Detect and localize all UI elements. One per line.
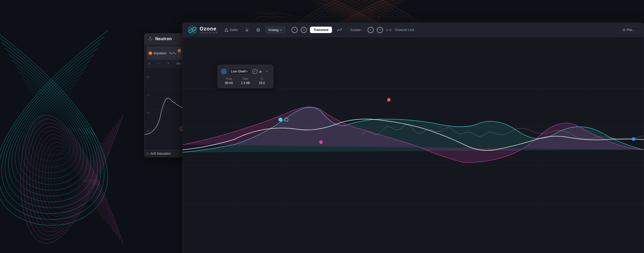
neutron-titlebar: Neutron [144,34,185,45]
neutron-logo-icon [148,36,153,42]
neutron-equalizer-module[interactable]: Equalizer [147,47,183,60]
list-icon[interactable]: ≡ [149,62,150,65]
eq-waveform-icon [169,51,176,55]
grid-icon: ⊞ [147,152,149,155]
neutron-body: Equalizer ≡ ··· × Mix [144,45,185,68]
ozone-logo-wrap: Ozone ADVANCED [188,25,218,35]
delta-button[interactable]: Delta [222,27,240,33]
transient-button[interactable]: Transient [310,27,332,33]
tuning-icon [245,28,249,32]
eq-db-20: -20 [146,94,150,97]
gain-header: Gain [238,77,253,80]
band-close-button[interactable]: × [264,69,269,74]
band-power-button[interactable] [221,69,226,74]
power-icon [223,70,225,73]
neutron-title: Neutron [155,37,172,41]
ozone-title: Ozone [200,26,218,31]
freq-header: Freq [221,77,237,80]
eq-db-60: -60 [146,130,150,132]
svg-point-15 [192,29,193,30]
preset-button[interactable]: Pre... [619,26,639,34]
q-value[interactable]: 24.0 [254,81,269,85]
band-params-values: 80 Hz 1.3 dB 24.0 [221,81,269,85]
band-type-arrow-icon [245,71,248,72]
close-icon[interactable]: × [168,62,169,65]
dots-icon[interactable]: ··· [158,62,160,65]
gain-value[interactable]: 1.3 dB [238,81,253,85]
freq-value[interactable]: 80 Hz [221,81,237,85]
neutron-controls-row: ≡ ··· × Mix [147,61,183,66]
delta-label: Delta [230,28,237,32]
band-popup-header: Low Shelf S ▶ × [221,68,269,75]
band-next-button[interactable]: ▶ [259,69,262,73]
band-params-header: Freq Gain Q [221,77,269,80]
solo-button-2[interactable]: S [377,27,383,33]
mix-label: Mix [176,62,181,65]
svg-point-5 [150,39,151,39]
svg-point-4 [151,40,151,41]
ozone-titlebar: Ozone ADVANCED Delta [183,23,644,37]
neutron-window: Neutron Equalizer ≡ ··· × Mix dB -20 -40… [144,33,185,157]
curve-icon [337,28,342,32]
delta-icon [224,28,228,32]
svg-point-2 [151,39,152,40]
link-icon [386,28,392,32]
neutron-soft-saturation-row[interactable]: ⊞ Soft Saturation [144,150,185,157]
neutron-eq-display: dB -20 -40 -60 1 [144,68,185,150]
band-popup: Low Shelf S ▶ × Freq Gain Q 80 Hz [217,65,273,88]
neutron-eq-curve: 1 [144,68,185,150]
band-solo-button[interactable]: S [252,69,257,74]
tuning-button[interactable] [243,27,251,33]
toolbar-separator-3 [364,27,365,33]
analog-dropdown[interactable]: Analog [265,26,285,33]
eq-handle-teal-filled[interactable] [278,118,283,122]
ozone-brand: Ozone ADVANCED [200,26,218,34]
preset-label: Pre... [627,28,635,32]
band-type-dropdown[interactable]: Low Shelf [228,68,250,75]
ozone-window: Ozone ADVANCED Delta [182,23,644,253]
soft-saturation-label: Soft Saturation [150,152,171,155]
eq-db-40: -40 [146,112,150,114]
band-type-label: Low Shelf [231,69,245,73]
eq-handle-blue[interactable] [632,137,635,141]
eq-handle-teal-outline[interactable] [284,118,288,122]
globe-icon [256,28,260,32]
svg-marker-16 [225,28,228,31]
sustain-label: Sustain [350,28,361,32]
solo-button[interactable]: S [301,27,307,33]
equalizer-label: Equalizer [154,51,168,55]
transient-label: Transient [314,28,328,32]
info-button-2[interactable]: i [368,27,374,33]
eq-mix-slider[interactable] [178,48,181,58]
globe-button[interactable] [254,27,262,33]
ozone-toolbar: Delta Analog [222,26,639,34]
analog-label: Analog [268,28,278,32]
toolbar-separator-1 [288,27,288,33]
equalizer-power-knob[interactable] [149,51,152,55]
eq-handle-red[interactable] [387,98,391,102]
ozone-logo-icon [188,25,197,35]
curve-button[interactable] [335,27,344,33]
svg-point-3 [149,40,150,41]
dropdown-arrow-icon [280,29,282,31]
svg-point-1 [149,39,150,40]
q-header: Q [254,77,269,80]
toolbar-separator-2 [347,27,347,33]
ozone-eq-area: Low Shelf S ▶ × Freq Gain Q 80 Hz [183,37,644,253]
channel-link-label: Channel Link [395,28,414,32]
info-button[interactable]: i [292,27,298,33]
eq-handle-pink[interactable] [319,140,323,144]
preset-list-icon [622,28,626,31]
eq-db-0: dB [146,76,149,79]
svg-point-0 [150,37,151,38]
ozone-subtitle: ADVANCED [200,31,218,34]
